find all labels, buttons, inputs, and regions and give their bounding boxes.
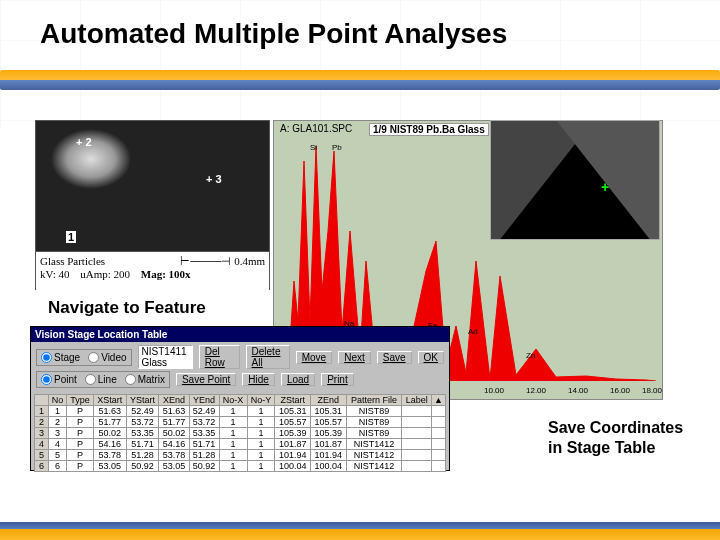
hide-button[interactable]: Hide <box>242 373 275 386</box>
peak-label-zn: Zn <box>526 351 535 360</box>
radio-point[interactable]: Point <box>41 374 77 385</box>
sem-kv: kV: 40 <box>40 268 69 280</box>
radio-line[interactable]: Line <box>85 374 117 385</box>
xtick-18: 18.00 <box>642 386 662 395</box>
footer-stripe <box>0 522 720 540</box>
col-header[interactable]: No-X <box>219 395 247 406</box>
table-row[interactable]: 11P51.6352.4951.6352.4911105.31105.31NIS… <box>35 406 446 417</box>
sem-micrograph: 2 3 1 <box>36 121 269 251</box>
crosshair-icon: + <box>601 179 609 195</box>
point-marker-3: 3 <box>206 173 222 185</box>
sem-image-panel: 2 3 1 Glass Particles ⊢────⊣ 0.4mm kV: 4… <box>35 120 270 290</box>
stage-table-grid[interactable]: NoTypeXStartYStartXEndYEndNo-XNo-YZStart… <box>34 394 446 472</box>
spectrum-file-label: A: GLA101.SPC <box>280 123 352 134</box>
probe-tip-video[interactable]: + <box>490 120 660 240</box>
xtick-12: 12.00 <box>526 386 546 395</box>
col-header[interactable]: Label <box>402 395 432 406</box>
col-header[interactable]: Pattern File <box>346 395 402 406</box>
print-button[interactable]: Print <box>321 373 354 386</box>
text-input-filename[interactable]: NIST1411 Glass <box>138 345 193 369</box>
ok-button[interactable]: OK <box>418 351 444 364</box>
table-row[interactable]: 22P51.7753.7251.7753.7211105.57105.57NIS… <box>35 417 446 428</box>
col-header[interactable]: XStart <box>93 395 126 406</box>
load-button[interactable]: Load <box>281 373 315 386</box>
sem-uamp: uAmp: 200 <box>80 268 130 280</box>
delrow-button[interactable]: Del Row <box>199 345 240 369</box>
radio-matrix[interactable]: Matrix <box>125 374 165 385</box>
col-header[interactable]: YEnd <box>189 395 219 406</box>
peak-label-si: Si <box>310 143 317 152</box>
savepoint-button[interactable]: Save Point <box>176 373 236 386</box>
xtick-14: 14.00 <box>568 386 588 395</box>
col-header[interactable]: No <box>49 395 67 406</box>
point-type-group: Point Line Matrix <box>36 371 170 388</box>
peak-label-pb: Pb <box>332 143 342 152</box>
page-title: Automated Multiple Point Analyses <box>40 18 507 50</box>
window-titlebar: Vision Stage Location Table <box>31 327 449 342</box>
col-header[interactable]: YStart <box>126 395 159 406</box>
radio-stage[interactable]: Stage <box>41 352 80 363</box>
col-header[interactable]: ZEnd <box>311 395 347 406</box>
get-location-group: Get Location From Stage Video <box>36 349 132 366</box>
next-button[interactable]: Next <box>338 351 371 364</box>
table-row[interactable]: 55P53.7851.2853.7851.2811101.94101.94NIS… <box>35 450 446 461</box>
header-stripe <box>0 70 720 90</box>
sem-caption: Glass Particles ⊢────⊣ 0.4mm kV: 40 uAmp… <box>36 251 269 291</box>
point-marker-2: 2 <box>76 136 92 148</box>
peak-label-ad: Ad <box>468 327 478 336</box>
save-button[interactable]: Save <box>377 351 412 364</box>
table-row[interactable]: 66P53.0550.9253.0550.9211100.04100.04NIS… <box>35 461 446 472</box>
stage-table-window[interactable]: Vision Stage Location Table Get Location… <box>30 326 450 471</box>
point-marker-1: 1 <box>66 231 76 243</box>
navigate-label: Navigate to Feature <box>48 298 206 318</box>
spectrum-subtitle: 1/9 NIST89 Pb.Ba Glass <box>369 123 489 136</box>
col-header[interactable]: No-Y <box>247 395 275 406</box>
sem-caption-sample: Glass Particles <box>40 255 105 268</box>
radio-video[interactable]: Video <box>88 352 126 363</box>
table-row[interactable]: 44P54.1651.7154.1651.7111101.87101.87NIS… <box>35 439 446 450</box>
move-button[interactable]: Move <box>296 351 332 364</box>
save-coords-label: Save Coordinates in Stage Table <box>548 418 688 458</box>
col-header[interactable]: XEnd <box>159 395 189 406</box>
sem-scale: 0.4mm <box>234 255 265 267</box>
col-header[interactable]: Type <box>67 395 94 406</box>
delall-button[interactable]: Delete All <box>246 345 290 369</box>
table-row[interactable]: 33P50.0253.3550.0253.3511105.39105.39NIS… <box>35 428 446 439</box>
sem-mag: Mag: 100x <box>141 268 191 280</box>
col-header[interactable]: ZStart <box>275 395 311 406</box>
xtick-10: 10.00 <box>484 386 504 395</box>
xtick-16: 16.00 <box>610 386 630 395</box>
